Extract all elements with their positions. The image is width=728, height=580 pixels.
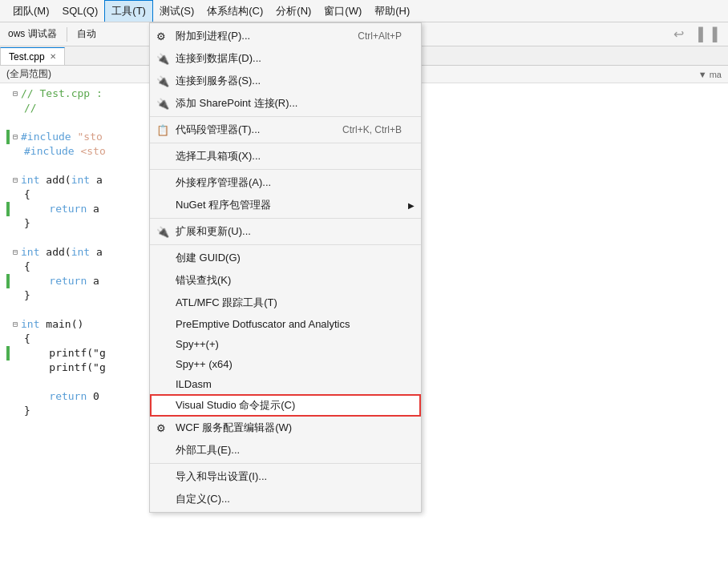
menu-create-guid[interactable]: 创建 GUID(G) [150, 247, 421, 269]
menu-wcf[interactable]: ⚙ WCF 服务配置编辑器(W) [150, 417, 421, 439]
toolbar-icon-2: ▐ [690, 27, 706, 42]
code-text: int [21, 245, 46, 260]
menu-attach-process[interactable]: ⚙ 附加到进程(P)... Ctrl+Alt+P [150, 25, 421, 47]
code-text: int [21, 317, 46, 332]
server-icon: 🔌 [156, 75, 169, 87]
code-text: #include [24, 144, 80, 159]
menu-error-search[interactable]: 错误查找(K) [150, 269, 421, 292]
extensions-icon: 🔌 [156, 226, 169, 238]
code-text: { [24, 260, 30, 274]
menu-sep-6 [150, 463, 421, 464]
menu-atl-mfc[interactable]: ATL/MFC 跟踪工具(T) [150, 292, 421, 314]
toolbar-sep [67, 27, 67, 42]
menu-code-snippet[interactable]: 📋 代码段管理器(T)... Ctrl+K, Ctrl+B [150, 119, 421, 141]
tab-close-btn[interactable]: ✕ [50, 52, 56, 61]
code-text [24, 389, 49, 404]
menu-label: 代码段管理器(T)... [176, 123, 260, 137]
toolbar-icon-3: ▌ [710, 27, 725, 42]
code-text: a [93, 274, 99, 288]
menu-add-sharepoint[interactable]: 🔌 添加 SharePoint 连接(R)... [150, 92, 421, 115]
code-text: return [49, 389, 93, 404]
menu-customize[interactable]: 自定义(C)... [150, 488, 421, 510]
menu-label: ILDasm [176, 378, 212, 390]
menu-label: 附加到进程(P)... [176, 29, 250, 43]
menu-label: 创建 GUID(G) [176, 251, 241, 265]
menu-ildasm[interactable]: ILDasm [150, 374, 421, 394]
sharepoint-icon: 🔌 [156, 98, 169, 110]
code-text: { [24, 332, 30, 346]
code-text: printf("g [49, 346, 105, 360]
menu-label: 连接到数据库(D)... [176, 51, 261, 66]
menu-label: WCF 服务配置编辑器(W) [176, 421, 292, 435]
code-text [24, 274, 49, 288]
menu-connect-db[interactable]: 🔌 连接到数据库(D)... [150, 47, 421, 70]
menu-team[interactable]: 团队(M) [6, 1, 56, 22]
code-text: add( [46, 173, 71, 187]
menu-label: 选择工具箱项(X)... [176, 149, 261, 163]
line-indicator-green [6, 346, 10, 360]
menu-external-mgr[interactable]: 外接程序管理器(A)... [150, 171, 421, 194]
collapse-icon[interactable]: ⊟ [13, 130, 18, 144]
menu-sep-1 [150, 116, 421, 117]
menu-label: 连接到服务器(S)... [176, 74, 261, 88]
menu-sql[interactable]: SQL(Q) [56, 2, 105, 20]
collapse-icon[interactable]: ⊟ [13, 317, 18, 332]
code-text: } [24, 288, 30, 303]
menu-help[interactable]: 帮助(H) [368, 1, 416, 22]
menu-label: 添加 SharePoint 连接(R)... [176, 96, 297, 111]
menu-import-export[interactable]: 导入和导出设置(I)... [150, 465, 421, 488]
menu-spy-plus[interactable]: Spy++(+) [150, 334, 421, 354]
code-text: #include [21, 130, 77, 144]
code-text: <sto [80, 144, 105, 159]
menu-window[interactable]: 窗口(W) [317, 1, 368, 22]
menu-preemptive[interactable]: PreEmptive Dotfuscator and Analytics [150, 314, 421, 334]
collapse-icon[interactable]: ⊟ [13, 87, 18, 101]
toolbar-icon-1: ↩ [670, 26, 687, 42]
ide-background: 团队(M) SQL(Q) 工具(T) 测试(S) 体系结构(C) 分析(N) 窗… [0, 0, 728, 580]
menu-sep-4 [150, 218, 421, 219]
menu-label: NuGet 程序包管理器 [176, 198, 271, 212]
code-text: } [24, 404, 30, 418]
menu-test[interactable]: 测试(S) [153, 1, 200, 22]
collapse-icon[interactable]: ⊟ [13, 245, 18, 260]
menu-label: PreEmptive Dotfuscator and Analytics [176, 318, 350, 330]
menu-vs-command[interactable]: Visual Studio 命令提示(C) [150, 394, 421, 417]
code-text: int [71, 173, 96, 187]
menu-label: 扩展和更新(U)... [176, 224, 251, 239]
menu-label: 自定义(C)... [176, 492, 230, 506]
scope-value: (全局范围) [6, 67, 51, 81]
code-text: a [96, 245, 103, 260]
line-indicator-green [6, 202, 10, 216]
menu-spy-x64[interactable]: Spy++ (x64) [150, 354, 421, 374]
menu-external-tools[interactable]: 外部工具(E)... [150, 439, 421, 461]
code-text: return [49, 274, 93, 288]
menu-extensions[interactable]: 🔌 扩展和更新(U)... [150, 220, 421, 243]
code-text: // Test.cpp : [21, 87, 103, 101]
code-text [24, 346, 49, 360]
tools-menu: ⚙ 附加到进程(P)... Ctrl+Alt+P 🔌 连接到数据库(D)... … [149, 22, 422, 513]
menu-nuget[interactable]: NuGet 程序包管理器 [150, 194, 421, 216]
menu-tools[interactable]: 工具(T) [104, 0, 153, 22]
toolbar-auto: 自动 [72, 26, 101, 42]
collapse-icon[interactable]: ⊟ [13, 173, 18, 187]
menu-sep-5 [150, 244, 421, 245]
menu-analyze[interactable]: 分析(N) [269, 1, 317, 22]
toolbar-debugger: ows 调试器 [3, 26, 62, 42]
menu-label: 外部工具(E)... [176, 443, 240, 457]
tab-test-cpp[interactable]: Test.cpp ✕ [0, 47, 65, 65]
menu-label: 导入和导出设置(I)... [176, 469, 267, 484]
attach-icon: ⚙ [156, 30, 166, 42]
line-indicator-green [6, 130, 10, 144]
menu-sep-3 [150, 169, 421, 170]
scope-dropdown[interactable]: ▼ ma [698, 70, 722, 79]
menu-label: Visual Studio 命令提示(C) [176, 398, 295, 413]
menu-choose-toolbox[interactable]: 选择工具箱项(X)... [150, 145, 421, 167]
menu-connect-server[interactable]: 🔌 连接到服务器(S)... [150, 70, 421, 92]
menu-shortcut: Ctrl+Alt+P [342, 30, 402, 42]
menu-shortcut: Ctrl+K, Ctrl+B [326, 124, 402, 135]
menu-sep-2 [150, 143, 421, 143]
menu-label: 错误查找(K) [176, 273, 231, 288]
menu-label: ATL/MFC 跟踪工具(T) [176, 296, 277, 310]
menu-architecture[interactable]: 体系结构(C) [200, 1, 269, 22]
menu-label: Spy++ (x64) [176, 358, 233, 370]
